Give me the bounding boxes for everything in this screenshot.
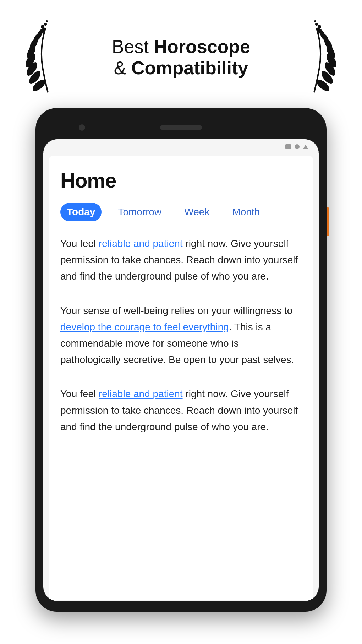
status-signal-icon	[285, 144, 291, 149]
status-wifi-icon	[303, 145, 308, 149]
header-line2: & Compatibility	[78, 58, 284, 79]
page-title: Home	[60, 168, 302, 192]
side-button	[327, 207, 329, 236]
tab-month[interactable]: Month	[226, 203, 266, 221]
svg-point-9	[44, 23, 47, 26]
tab-today[interactable]: Today	[60, 203, 102, 221]
laurel-left-icon	[21, 18, 71, 97]
svg-point-21	[314, 20, 316, 22]
para1-link[interactable]: reliable and patient	[99, 238, 183, 249]
para2-text-before: Your sense of well-being relies on your …	[60, 305, 292, 316]
status-bar	[43, 139, 319, 152]
header-line1: Best Horoscope	[78, 36, 284, 58]
svg-point-10	[46, 20, 48, 22]
tab-bar: Today Tomorrow Week Month	[60, 203, 302, 221]
header-title: Best Horoscope & Compatibility	[71, 36, 291, 79]
svg-point-8	[41, 25, 44, 28]
svg-point-19	[318, 25, 321, 28]
para3-link[interactable]: reliable and patient	[99, 388, 183, 399]
tab-week[interactable]: Week	[178, 203, 216, 221]
speaker-icon	[160, 125, 202, 130]
camera-icon	[79, 124, 85, 131]
svg-point-20	[315, 23, 318, 26]
tab-tomorrow[interactable]: Tomorrow	[111, 203, 168, 221]
phone-mockup: Home Today Tomorrow Week Month You feel …	[35, 108, 327, 612]
paragraph-2: Your sense of well-being relies on your …	[60, 303, 302, 368]
status-circle-icon	[295, 144, 300, 149]
para2-link[interactable]: develop the courage to feel everything	[60, 321, 229, 332]
laurel-right-icon	[291, 18, 341, 97]
paragraph-1: You feel reliable and patient right now.…	[60, 236, 302, 285]
phone-top	[43, 119, 319, 136]
header: Best Horoscope & Compatibility	[0, 0, 362, 108]
phone-frame: Home Today Tomorrow Week Month You feel …	[35, 108, 327, 612]
para1-text-before: You feel	[60, 238, 99, 249]
paragraph-3: You feel reliable and patient right now.…	[60, 386, 302, 435]
app-content: Home Today Tomorrow Week Month You feel …	[49, 156, 313, 600]
para3-text-before: You feel	[60, 388, 99, 399]
phone-screen: Home Today Tomorrow Week Month You feel …	[43, 139, 319, 601]
